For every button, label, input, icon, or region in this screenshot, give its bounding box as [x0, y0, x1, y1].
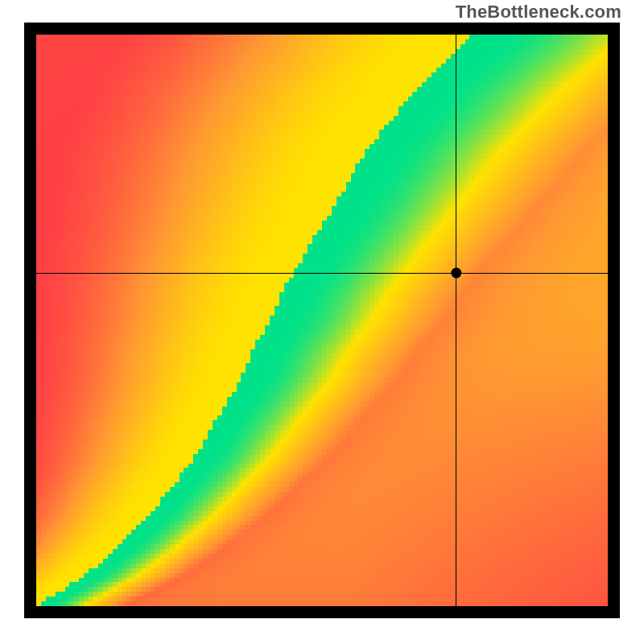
crosshair-vertical — [456, 35, 456, 606]
watermark-text: TheBottleneck.com — [456, 2, 621, 23]
chart-container: TheBottleneck.com — [0, 0, 644, 644]
crosshair-horizontal — [36, 273, 608, 274]
heatmap-canvas — [36, 35, 608, 606]
